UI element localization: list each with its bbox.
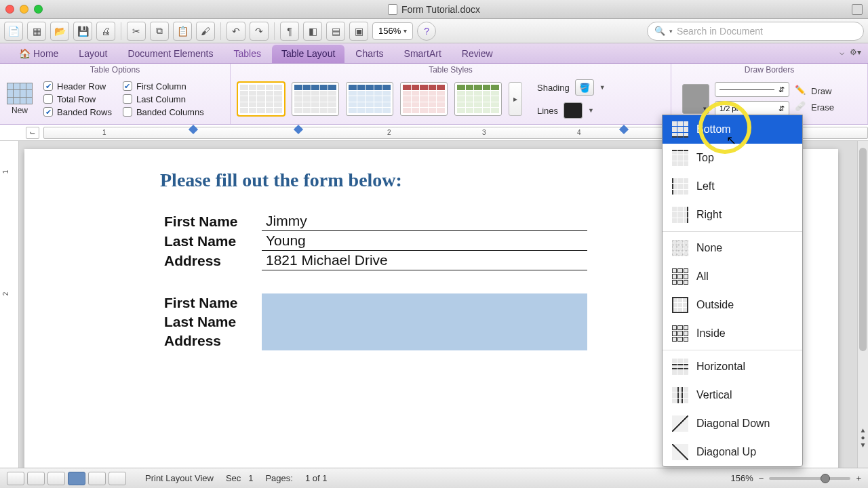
border-option-none[interactable]: None (663, 234, 802, 262)
cut-button[interactable]: ✂ (127, 22, 146, 41)
close-window-button[interactable] (5, 5, 14, 14)
last-name-cell[interactable]: Young (262, 231, 587, 251)
zoom-in-button[interactable]: + (856, 473, 861, 483)
view-outline-button[interactable] (27, 472, 45, 485)
border-option-left[interactable]: Left (663, 172, 802, 201)
shading-label: Shading (537, 83, 570, 93)
collapse-ribbon-button[interactable]: ⌵ (840, 47, 844, 57)
table-style-blue-header[interactable] (292, 82, 339, 116)
border-option-horizontal[interactable]: Horizontal (663, 352, 802, 381)
copy-button[interactable]: ⧉ (150, 22, 169, 41)
zoom-window-button[interactable] (34, 5, 43, 14)
table-style-plain[interactable] (237, 82, 285, 116)
new-table-button[interactable]: New (7, 83, 33, 115)
group-table-styles: Table Styles ▸ Shading🪣▼ Lines▼ (231, 64, 671, 124)
view-focus-button[interactable] (108, 472, 126, 485)
border-style-selector[interactable]: ⇵ (715, 82, 789, 97)
tab-table-layout[interactable]: Table Layout (272, 45, 344, 63)
checkbox-last-column[interactable]: Last Column (123, 94, 204, 104)
address-cell-empty[interactable] (262, 331, 587, 350)
save-button[interactable]: 💾 (73, 22, 92, 41)
border-color-picker[interactable] (682, 84, 709, 114)
first-line-indent-marker[interactable] (294, 124, 303, 134)
page-heading: Please fill out the form below: (160, 169, 703, 191)
table-style-blue-light[interactable] (346, 82, 393, 116)
paste-button[interactable]: 📋 (173, 22, 192, 41)
left-indent-marker[interactable] (189, 124, 198, 134)
format-painter-button[interactable]: 🖌 (196, 22, 215, 41)
window-title: Form Tutorial.docx (401, 4, 480, 15)
border-option-all[interactable]: All (663, 262, 802, 291)
lines-dropdown[interactable]: ▼ (588, 107, 594, 114)
open-button[interactable]: 📂 (50, 22, 69, 41)
checkbox-total-row[interactable]: Total Row (43, 94, 112, 104)
zoom-slider[interactable] (769, 477, 850, 480)
gallery-next-button[interactable]: ▸ (509, 82, 522, 116)
table-row: First NameJimmy (160, 211, 587, 231)
draw-border-button[interactable]: ✏️Draw (795, 85, 834, 97)
border-option-vertical[interactable]: Vertical (663, 381, 802, 409)
first-name-cell-empty[interactable] (262, 293, 587, 312)
tab-smartart[interactable]: SmartArt (395, 45, 451, 63)
view-draft-button[interactable] (7, 472, 24, 485)
border-option-diagonal-down[interactable]: Diagonal Down (663, 409, 802, 438)
sidebar-button[interactable]: ◧ (303, 22, 322, 41)
templates-button[interactable]: ▦ (27, 22, 46, 41)
fullscreen-button[interactable] (852, 4, 863, 15)
print-button[interactable]: 🖨 (96, 22, 115, 41)
border-option-outside[interactable]: Outside (663, 291, 802, 319)
border-option-right[interactable]: Right (663, 201, 802, 229)
table-style-gallery: ▸ (237, 82, 522, 116)
vertical-scrollbar[interactable]: ▲●▼ (857, 141, 868, 468)
border-option-top[interactable]: Top (663, 144, 802, 172)
checkbox-banded-columns[interactable]: Banded Columns (123, 107, 204, 117)
toolbox-button[interactable]: ▤ (326, 22, 345, 41)
vertical-ruler[interactable]: 1 2 (0, 141, 19, 468)
section-indicator: Sec 1 (226, 473, 253, 483)
form-table-filled[interactable]: First NameJimmy Last NameYoung Address18… (160, 211, 587, 270)
last-name-cell-empty[interactable] (262, 312, 587, 331)
table-row: First Name (160, 293, 587, 312)
ribbon-settings-button[interactable]: ⚙▾ (850, 47, 861, 57)
first-name-cell[interactable]: Jimmy (262, 211, 587, 231)
undo-button[interactable]: ↶ (226, 22, 245, 41)
table-style-red[interactable] (400, 82, 448, 116)
checkbox-first-column[interactable]: ✔First Column (123, 81, 204, 92)
zoom-selector[interactable]: 156% (372, 22, 413, 40)
address-cell[interactable]: 1821 Michael Drive (262, 251, 587, 270)
new-document-button[interactable]: 📄 (4, 22, 23, 41)
scrollbar-thumb[interactable] (859, 148, 867, 351)
tab-document-elements[interactable]: Document Elements (118, 45, 222, 63)
tab-charts[interactable]: Charts (346, 45, 393, 63)
shading-dropdown[interactable]: ▼ (599, 84, 606, 91)
zoom-out-button[interactable]: − (759, 473, 764, 483)
media-browser-button[interactable]: ▣ (349, 22, 368, 41)
tab-stop-selector[interactable]: ⌙ (26, 127, 39, 139)
checkbox-banded-rows[interactable]: ✔Banded Rows (43, 107, 112, 117)
right-indent-marker[interactable] (619, 124, 629, 134)
checkbox-header-row[interactable]: ✔Header Row (43, 81, 112, 92)
form-table-selected[interactable]: First Name Last Name Address (160, 293, 587, 350)
border-weight-selector[interactable]: 1/2 pt⇵ (715, 101, 789, 116)
table-style-green[interactable] (454, 82, 502, 116)
view-notebook-button[interactable] (88, 472, 106, 485)
shading-color-picker[interactable]: 🪣 (575, 79, 594, 96)
tab-review[interactable]: Review (452, 45, 502, 63)
erase-border-button[interactable]: 🩹Erase (795, 101, 834, 113)
tab-tables[interactable]: Tables (224, 45, 270, 63)
search-input[interactable]: ▾ Search in Document (647, 22, 864, 41)
border-options-menu: Bottom Top Left Right None All Outside I… (662, 115, 803, 467)
tab-layout[interactable]: Layout (69, 45, 117, 63)
border-option-bottom[interactable]: Bottom (663, 115, 802, 144)
show-formatting-button[interactable]: ¶ (280, 22, 299, 41)
minimize-window-button[interactable] (20, 5, 28, 14)
lines-color-picker[interactable] (564, 102, 583, 119)
tab-home[interactable]: 🏠 Home (9, 45, 68, 63)
border-option-inside[interactable]: Inside (663, 319, 802, 348)
redo-button[interactable]: ↷ (250, 22, 269, 41)
border-option-diagonal-up[interactable]: Diagonal Up (663, 438, 802, 466)
help-button[interactable]: ? (417, 22, 436, 41)
view-print-layout-button[interactable] (68, 472, 85, 485)
quick-access-toolbar: 📄 ▦ 📂 💾 🖨 ✂ ⧉ 📋 🖌 ↶ ↷ ¶ ◧ ▤ ▣ 156% ? ▾ S… (0, 19, 868, 43)
view-publishing-button[interactable] (47, 472, 65, 485)
